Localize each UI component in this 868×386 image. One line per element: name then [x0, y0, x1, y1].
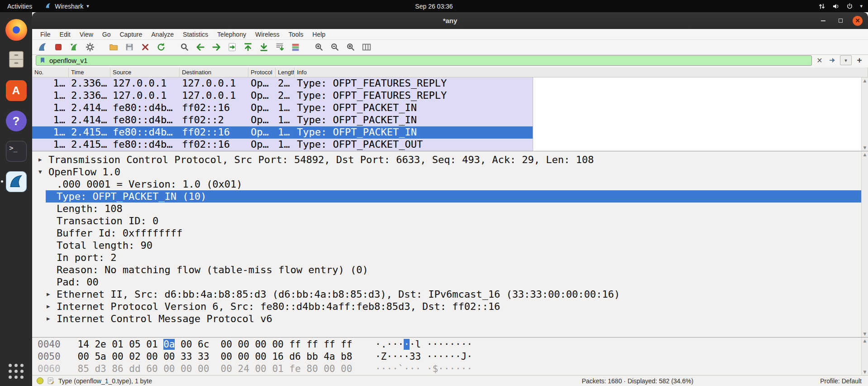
expander-closed-icon[interactable]: ▸: [38, 154, 48, 166]
detail-line[interactable]: ▾OpenFlow 1.0: [32, 166, 861, 178]
expander-open-icon[interactable]: ▾: [38, 166, 48, 178]
bytes-scrollbar[interactable]: ▲▼: [861, 338, 868, 375]
column-header-length[interactable]: Length: [276, 68, 295, 77]
menu-help[interactable]: Help: [308, 31, 330, 38]
menu-analyze[interactable]: Analyze: [147, 31, 178, 38]
go-first-button[interactable]: [241, 41, 255, 53]
dock-item-help[interactable]: ?: [5, 110, 28, 132]
profile-text[interactable]: Profile: Default: [820, 377, 862, 385]
menu-tools[interactable]: Tools: [284, 31, 308, 38]
capture-comment-icon[interactable]: [48, 377, 54, 385]
detail-line[interactable]: Transaction ID: 0: [32, 215, 861, 227]
filter-bookmark-icon[interactable]: [39, 57, 46, 64]
colorize-button[interactable]: [289, 41, 302, 53]
expander-closed-icon[interactable]: ▸: [46, 313, 57, 325]
dock-item-wireshark[interactable]: [5, 170, 28, 193]
column-header-protocol[interactable]: Protocol: [248, 68, 276, 77]
close-file-button[interactable]: [138, 41, 152, 53]
activities-button[interactable]: Activities: [7, 3, 32, 10]
save-file-button[interactable]: [123, 41, 136, 53]
packet-row[interactable]: 1…2.415…fe80::d4b…ff02::16Op…1…Type: OFP…: [32, 126, 533, 139]
detail-line[interactable]: .000 0001 = Version: 1.0 (0x01): [32, 178, 861, 190]
expert-info-icon[interactable]: [37, 377, 43, 384]
detail-line[interactable]: Type: OFPT_PACKET_IN (10): [32, 190, 861, 203]
menu-wireless[interactable]: Wireless: [251, 31, 284, 38]
clock[interactable]: Sep 26 03:36: [0, 3, 868, 10]
start-capture-button[interactable]: [36, 41, 49, 53]
packet-row[interactable]: 1…2.336…127.0.0.1127.0.0.1Op…2…Type: OFP…: [32, 77, 533, 90]
detail-line[interactable]: ▸Ethernet II, Src: d6:bb:4a:b8:85:d3 (d6…: [32, 288, 861, 300]
dock-item-files[interactable]: [5, 49, 28, 72]
zoom-out-button[interactable]: [328, 41, 342, 53]
find-packet-button[interactable]: [178, 41, 191, 53]
hex-row[interactable]: 0050 00 5a 00 02 00 00 33 33 00 00 00 16…: [32, 351, 861, 363]
reload-button[interactable]: [154, 41, 168, 53]
dock-item-firefox[interactable]: [5, 19, 28, 41]
menu-telephony[interactable]: Telephony: [213, 31, 251, 38]
system-menu-chevron-icon[interactable]: ▾: [860, 3, 863, 9]
packet-cell: 1…: [32, 114, 69, 126]
detail-line[interactable]: Total length: 90: [32, 239, 861, 251]
detail-line[interactable]: Pad: 00: [32, 276, 861, 288]
go-forward-button[interactable]: [210, 41, 223, 53]
power-icon[interactable]: [846, 3, 853, 10]
column-header-info[interactable]: Info: [295, 68, 868, 77]
packet-row[interactable]: 1…2.336…127.0.0.1127.0.0.1Op…2…Type: OFP…: [32, 90, 533, 102]
detail-line[interactable]: ▸Internet Protocol Version 6, Src: fe80:…: [32, 300, 861, 313]
go-to-packet-button[interactable]: [225, 41, 239, 53]
titlebar[interactable]: *any ✕: [32, 12, 868, 29]
go-back-button[interactable]: [194, 41, 207, 53]
filter-history-dropdown[interactable]: ▾: [840, 55, 852, 65]
column-header-destination[interactable]: Destination: [180, 68, 248, 77]
packet-list-scrollbar[interactable]: ▲▼: [861, 77, 868, 151]
hex-row[interactable]: 0060 85 d3 86 dd 60 00 00 00 00 24 00 01…: [32, 363, 861, 375]
stop-capture-button[interactable]: [52, 41, 65, 53]
volume-icon[interactable]: [832, 3, 839, 10]
capture-options-button[interactable]: [83, 41, 97, 53]
detail-line[interactable]: ▸Internet Control Message Protocol v6: [32, 313, 861, 325]
column-header-no[interactable]: No.: [32, 68, 69, 77]
maximize-button[interactable]: [835, 16, 845, 26]
column-header-time[interactable]: Time: [69, 68, 110, 77]
app-menu[interactable]: Wireshark ▾: [45, 2, 89, 10]
go-last-button[interactable]: [257, 41, 271, 53]
detail-line[interactable]: Reason: No matching flow (table-miss flo…: [32, 264, 861, 276]
hex-bytes: 85 d3 86 dd 60 00 00 00 00 24 00 01 fe 8…: [78, 363, 353, 374]
column-header-source[interactable]: Source: [110, 68, 180, 77]
auto-scroll-button[interactable]: [273, 41, 286, 53]
dock-item-ubuntu-software[interactable]: A: [5, 79, 28, 102]
display-filter-input[interactable]: openflow_v1: [36, 55, 812, 66]
menu-statistics[interactable]: Statistics: [178, 31, 213, 38]
dock-item-terminal[interactable]: >_: [5, 140, 28, 163]
menu-capture[interactable]: Capture: [115, 31, 147, 38]
menu-view[interactable]: View: [75, 31, 98, 38]
detail-text: Pad: 00: [57, 276, 99, 288]
detail-line[interactable]: ▸Transmission Control Protocol, Src Port…: [32, 154, 861, 166]
network-icon[interactable]: [818, 3, 825, 10]
detail-line[interactable]: Length: 108: [32, 203, 861, 215]
packet-row[interactable]: 1…2.415…fe80::d4b…ff02::16Op…1…Type: OFP…: [32, 139, 533, 151]
details-scrollbar[interactable]: ▲▼: [861, 151, 868, 337]
menu-file[interactable]: File: [36, 31, 55, 38]
detail-line[interactable]: Buffer Id: 0xffffffff: [32, 227, 861, 239]
resize-columns-button[interactable]: [360, 41, 373, 53]
hex-row[interactable]: 0040 14 2e 01 05 01 0a 00 6c 00 00 00 00…: [32, 338, 861, 351]
minimize-button[interactable]: [818, 16, 828, 26]
expander-closed-icon[interactable]: ▸: [46, 300, 57, 313]
apply-filter-icon[interactable]: [827, 55, 837, 65]
hex-offset: 0060: [38, 363, 61, 374]
zoom-original-button[interactable]: [344, 41, 358, 53]
restart-capture-button[interactable]: [67, 41, 81, 53]
zoom-in-button[interactable]: [312, 41, 326, 53]
menu-go[interactable]: Go: [98, 31, 115, 38]
detail-line[interactable]: In port: 2: [32, 251, 861, 264]
close-button[interactable]: ✕: [853, 16, 863, 26]
expander-closed-icon[interactable]: ▸: [46, 288, 57, 300]
menu-edit[interactable]: Edit: [55, 31, 75, 38]
open-file-button[interactable]: [107, 41, 120, 53]
add-filter-button[interactable]: +: [854, 55, 864, 65]
clear-filter-icon[interactable]: ✕: [815, 55, 825, 65]
packet-row[interactable]: 1…2.414…fe80::d4b…ff02::16Op…1…Type: OFP…: [32, 102, 533, 114]
packet-row[interactable]: 1…2.414…fe80::d4b…ff02::2Op…1…Type: OFPT…: [32, 114, 533, 126]
show-applications-button[interactable]: [9, 364, 24, 379]
